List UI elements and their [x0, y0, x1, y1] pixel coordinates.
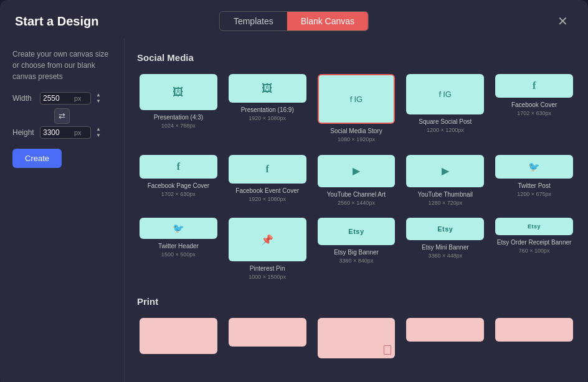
card-label-social-media-story: Social Media Story1080 × 1920px	[330, 127, 382, 144]
print-3-icon	[384, 345, 391, 355]
card-label-presentation-16-9: Presentation (16:9)1920 × 1080px	[241, 106, 294, 123]
facebook-event-cover-icon: f	[266, 164, 269, 175]
facebook-story-icon: f	[350, 95, 353, 104]
pinterest-pin-icon: 📌	[261, 234, 273, 246]
card-twitter-header[interactable]: 🐦 Twitter Header1500 × 500px	[137, 215, 220, 284]
height-down[interactable]: ▼	[95, 133, 102, 139]
width-row: Width px ▲ ▼	[12, 92, 111, 105]
card-etsy-mini-banner[interactable]: Etsy Etsy Mini Banner3360 × 448px	[404, 215, 486, 284]
card-label-youtube-channel-art: YouTube Channel Art2560 × 1440px	[327, 190, 386, 207]
swap-dimensions-button[interactable]: ⇄	[54, 108, 70, 124]
card-youtube-channel-art[interactable]: ▶ YouTube Channel Art2560 × 1440px	[315, 152, 398, 210]
card-facebook-cover[interactable]: f Facebook Cover1702 × 630px	[493, 72, 576, 146]
modal-title: Start a Design	[15, 14, 98, 29]
card-label-facebook-event-cover: Facebook Event Cover1920 × 1080px	[235, 187, 299, 203]
width-label: Width	[12, 94, 37, 103]
card-label-pinterest-pin: Pinterest Pin1000 × 1500px	[249, 264, 286, 281]
card-print-2[interactable]	[226, 315, 309, 364]
card-etsy-big-banner[interactable]: Etsy Etsy Big Banner3360 × 840px	[315, 215, 398, 284]
height-stepper[interactable]: ▲ ▼	[95, 126, 102, 139]
facebook-page-cover-icon: f	[177, 161, 180, 172]
modal: Start a Design Templates Blank Canvas ✕ …	[0, 0, 588, 382]
card-facebook-event-cover[interactable]: f Facebook Event Cover1920 × 1080px	[226, 152, 309, 210]
right-panel: Social Media 🖼 Presentation (4:3)1024 × …	[125, 39, 588, 382]
create-button[interactable]: Create	[12, 149, 62, 168]
instagram-story-icon: IG	[354, 95, 363, 104]
card-label-youtube-thumbnail: YouTube Thumbnail1280 × 720px	[417, 190, 473, 207]
close-button[interactable]: ✕	[552, 11, 573, 31]
print-section: Print	[137, 296, 576, 364]
card-etsy-order-receipt-banner[interactable]: Etsy Etsy Order Receipt Banner760 × 100p…	[493, 215, 576, 284]
card-print-3[interactable]	[315, 315, 398, 364]
square-post-icons: f IG	[439, 90, 452, 99]
card-print-4[interactable]	[404, 315, 486, 364]
facebook-cover-icon: f	[533, 80, 536, 91]
card-youtube-thumbnail[interactable]: ▶ YouTube Thumbnail1280 × 720px	[404, 152, 486, 210]
height-input[interactable]	[43, 128, 74, 137]
width-unit: px	[74, 95, 82, 102]
height-label: Height	[12, 128, 37, 137]
card-label-facebook-cover: Facebook Cover1702 × 630px	[511, 101, 557, 118]
twitter-post-icon: 🐦	[528, 161, 540, 172]
etsy-big-banner-icon: Etsy	[348, 228, 364, 235]
card-pinterest-pin[interactable]: 📌 Pinterest Pin1000 × 1500px	[226, 215, 309, 284]
card-label-etsy-mini-banner: Etsy Mini Banner3360 × 448px	[422, 243, 469, 260]
youtube-channel-art-icon: ▶	[353, 165, 360, 177]
tab-blank-canvas[interactable]: Blank Canvas	[287, 12, 368, 30]
card-social-media-story[interactable]: f IG Social Media Story1080 × 1920px	[315, 72, 398, 146]
canvas-description: Create your own canvas size or choose fr…	[12, 49, 111, 82]
card-presentation-16-9[interactable]: 🖼 Presentation (16:9)1920 × 1080px	[226, 72, 309, 146]
card-label-etsy-order-receipt: Etsy Order Receipt Banner760 × 100px	[497, 238, 572, 255]
card-twitter-post[interactable]: 🐦 Twitter Post1200 × 675px	[493, 152, 576, 210]
modal-body: Create your own canvas size or choose fr…	[0, 39, 588, 382]
height-row: Height px ▲ ▼	[12, 126, 111, 139]
card-square-social-post[interactable]: f IG Square Social Post1200 × 1200px	[404, 72, 486, 146]
height-input-wrap: px	[40, 126, 91, 139]
width-input[interactable]	[43, 94, 74, 103]
card-presentation-4-3[interactable]: 🖼 Presentation (4:3)1024 × 768px	[137, 72, 220, 146]
card-label-facebook-page-cover: Facebook Page Cover1702 × 630px	[148, 182, 210, 198]
twitter-header-icon: 🐦	[173, 223, 184, 234]
print-title: Print	[137, 296, 576, 307]
social-media-grid: 🖼 Presentation (4:3)1024 × 768px 🖼 Prese…	[137, 72, 576, 284]
card-label-twitter-header: Twitter Header1500 × 500px	[158, 242, 199, 259]
height-up[interactable]: ▲	[95, 126, 102, 133]
etsy-mini-banner-icon: Etsy	[437, 225, 453, 233]
swap-row: ⇄	[12, 108, 111, 124]
card-label-square-social-post: Square Social Post1200 × 1200px	[419, 118, 472, 134]
card-label-presentation-4-3: Presentation (4:3)1024 × 768px	[154, 113, 204, 130]
height-unit: px	[74, 129, 82, 136]
card-print-1[interactable]	[137, 315, 220, 364]
instagram-square-icon: IG	[443, 90, 452, 99]
left-panel: Create your own canvas size or choose fr…	[0, 39, 125, 382]
tab-templates[interactable]: Templates	[220, 12, 287, 30]
facebook-square-icon: f	[439, 90, 442, 99]
card-label-etsy-big-banner: Etsy Big Banner3360 × 840px	[334, 248, 379, 265]
social-media-section: Social Media 🖼 Presentation (4:3)1024 × …	[137, 52, 576, 284]
presentation-4-3-icon: 🖼	[173, 86, 184, 99]
social-media-title: Social Media	[137, 52, 576, 63]
print-grid	[137, 315, 576, 364]
width-stepper[interactable]: ▲ ▼	[95, 92, 102, 105]
tab-group: Templates Blank Canvas	[219, 11, 369, 31]
width-down[interactable]: ▼	[95, 98, 102, 105]
presentation-16-9-icon: 🖼	[262, 82, 273, 95]
card-label-twitter-post: Twitter Post1200 × 675px	[517, 182, 551, 198]
width-input-wrap: px	[40, 92, 91, 105]
card-facebook-page-cover[interactable]: f Facebook Page Cover1702 × 630px	[137, 152, 220, 210]
modal-header: Start a Design Templates Blank Canvas ✕	[0, 0, 588, 39]
card-print-5[interactable]	[493, 315, 576, 364]
youtube-thumbnail-icon: ▶	[442, 165, 449, 177]
etsy-order-receipt-icon: Etsy	[528, 223, 541, 230]
width-up[interactable]: ▲	[95, 92, 102, 98]
story-icons: f IG	[350, 95, 363, 104]
